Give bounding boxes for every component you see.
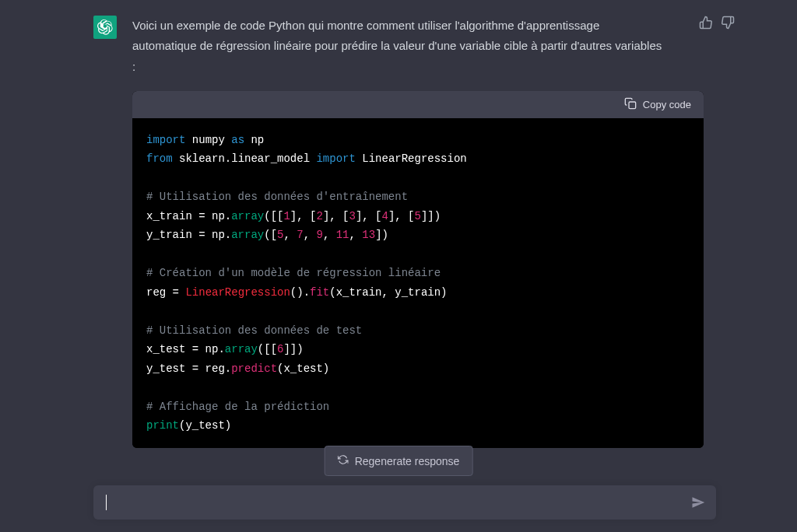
assistant-avatar — [93, 16, 117, 39]
assistant-text: Voici un exemple de code Python qui mont… — [132, 16, 704, 77]
copy-code-button[interactable]: Copy code — [624, 97, 691, 112]
chat-input[interactable] — [107, 496, 691, 509]
code-block: Copy code import numpy as np from sklear… — [132, 91, 704, 448]
assistant-message-row: Voici un exemple de code Python qui mont… — [0, 0, 797, 456]
clipboard-icon — [624, 97, 637, 112]
svg-rect-0 — [629, 102, 636, 109]
send-icon — [691, 495, 705, 509]
copy-code-label: Copy code — [643, 99, 691, 110]
feedback-buttons — [699, 16, 735, 33]
refresh-icon — [338, 454, 349, 467]
openai-logo-icon — [97, 19, 113, 35]
code-header: Copy code — [132, 91, 704, 118]
chat-input-bar[interactable] — [93, 485, 716, 520]
send-button[interactable] — [691, 495, 705, 509]
code-content: import numpy as np from sklearn.linear_m… — [132, 118, 704, 448]
thumbs-down-icon[interactable] — [721, 16, 735, 33]
message-content: Voici un exemple de code Python qui mont… — [132, 16, 704, 456]
regenerate-label: Regenerate response — [355, 455, 460, 467]
regenerate-button[interactable]: Regenerate response — [325, 446, 473, 476]
thumbs-up-icon[interactable] — [699, 16, 713, 33]
